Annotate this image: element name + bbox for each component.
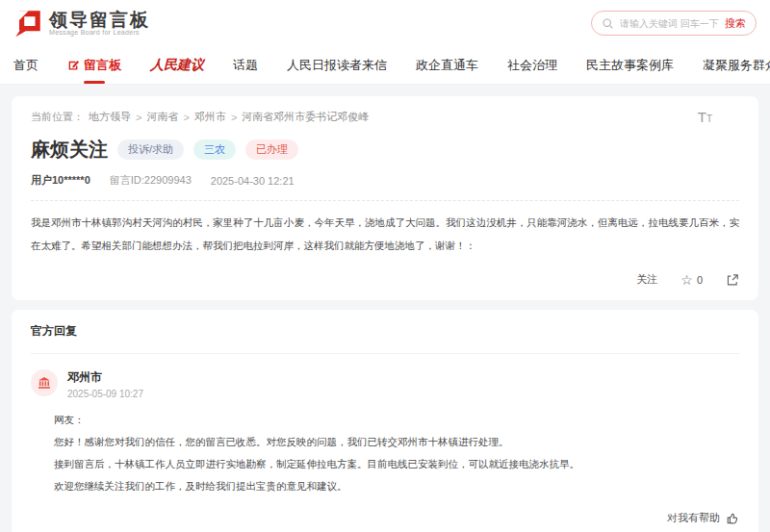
nav-serve-masses[interactable]: 凝聚服务群众 xyxy=(703,57,770,74)
breadcrumb-secretary[interactable]: 河南省邓州市委书记邓俊峰 xyxy=(242,110,369,124)
reply-date: 2025-05-09 10:27 xyxy=(67,389,143,399)
main-nav: 首页 留言板 人民建议 话题 人民日报读者来信 政企直通车 社会治理 民主故事案… xyxy=(0,46,770,85)
nav-social-governance[interactable]: 社会治理 xyxy=(507,57,557,74)
post-title: 麻烦关注 xyxy=(31,137,108,163)
breadcrumb-dengzhou[interactable]: 邓州市 xyxy=(194,110,226,124)
breadcrumb-local-leaders[interactable]: 地方领导 xyxy=(89,110,131,124)
nav-readers-letters[interactable]: 人民日报读者来信 xyxy=(287,57,387,74)
search-icon xyxy=(602,17,614,30)
tag-resolved-badge: 已办理 xyxy=(245,139,298,160)
official-reply-card: 官方回复 邓州市 2025-05-09 10:27 网友： 您好！感谢您对我们的… xyxy=(12,310,758,532)
thumbs-up-icon xyxy=(726,512,739,525)
nav-topics[interactable]: 话题 xyxy=(233,57,258,74)
font-size-toggle[interactable]: TT xyxy=(698,110,712,125)
star-button[interactable]: ☆ 0 xyxy=(680,273,703,287)
post-date: 2025-04-30 12:21 xyxy=(211,175,295,187)
search-box[interactable]: 搜索 xyxy=(591,11,757,36)
reply-line: 接到留言后，十林镇工作人员立即进行实地勘察，制定延伸拉电方案。目前电线已安装到位… xyxy=(54,453,739,475)
nav-democracy-cases[interactable]: 民主故事案例库 xyxy=(586,57,674,74)
site-title: 领导留言板 xyxy=(49,11,150,30)
share-icon xyxy=(726,273,739,287)
divider xyxy=(31,200,739,201)
post-body: 我是邓州市十林镇郭沟村天河沟的村民，家里种了十几亩小麦，今年天旱，浇地成了大问题… xyxy=(31,211,739,257)
helpful-label: 对我有帮助 xyxy=(667,511,720,525)
search-button[interactable]: 搜索 xyxy=(725,16,746,31)
reply-line: 欢迎您继续关注我们的工作，及时给我们提出宝贵的意见和建议。 xyxy=(54,475,739,497)
reply-line: 您好！感谢您对我们的信任，您的留言已收悉。对您反映的问题，我们已转交邓州市十林镇… xyxy=(54,431,739,453)
search-input[interactable] xyxy=(620,18,719,29)
breadcrumb-henan[interactable]: 河南省 xyxy=(146,110,178,124)
reply-body: 网友： 您好！感谢您对我们的信任，您的留言已收悉。对您反映的问题，我们已转交邓州… xyxy=(31,409,739,497)
nav-message-board[interactable]: 留言板 xyxy=(67,57,121,74)
tag-agriculture: 三农 xyxy=(193,139,236,160)
post-message-id: 留言ID:22909943 xyxy=(110,173,192,188)
share-button[interactable] xyxy=(726,273,739,287)
edit-pen-icon xyxy=(67,59,80,71)
nav-gov-enterprise[interactable]: 政企直通车 xyxy=(416,57,478,74)
star-count: 0 xyxy=(697,274,703,286)
breadcrumb: 当前位置： 地方领导 > 河南省 > 邓州市 > 河南省邓州市委书记邓俊峰 xyxy=(31,110,369,124)
reply-section-title: 官方回复 xyxy=(31,323,739,340)
nav-home[interactable]: 首页 xyxy=(13,57,38,74)
nav-peoples-suggestions[interactable]: 人民建议 xyxy=(150,57,204,74)
site-logo[interactable]: 领导留言板 Message Board for Leaders xyxy=(13,9,150,38)
reply-agency-name: 邓州市 xyxy=(67,369,143,386)
speech-bubble-logo-icon xyxy=(13,9,42,38)
breadcrumb-prefix: 当前位置： xyxy=(31,110,84,124)
star-icon: ☆ xyxy=(680,273,693,287)
post-author: 用户10*****0 xyxy=(31,173,90,188)
government-building-icon xyxy=(37,375,52,391)
tag-complaint: 投诉/求助 xyxy=(117,139,184,160)
message-card: 当前位置： 地方领导 > 河南省 > 邓州市 > 河南省邓州市委书记邓俊峰 TT… xyxy=(12,96,758,300)
thumbs-up-button[interactable] xyxy=(726,512,739,525)
follow-button[interactable]: 关注 xyxy=(636,272,657,287)
reply-line: 网友： xyxy=(54,409,739,431)
site-header: 领导留言板 Message Board for Leaders 搜索 xyxy=(0,0,770,46)
avatar xyxy=(31,369,58,396)
divider xyxy=(31,353,739,354)
site-subtitle: Message Board for Leaders xyxy=(49,29,150,36)
